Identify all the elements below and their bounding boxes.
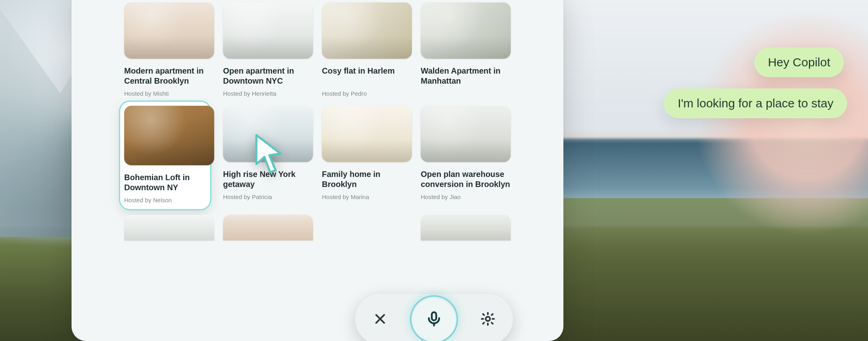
svg-rect-0 (432, 312, 436, 320)
gear-icon (480, 311, 496, 328)
voice-bubble-2: I'm looking for a place to stay (664, 88, 847, 118)
listing-thumbnail (421, 2, 511, 59)
listing-title: Cosy flat in Harlem (322, 66, 412, 86)
settings-button[interactable] (469, 300, 507, 339)
listing-host: Hosted by Henrietta (223, 90, 313, 97)
close-button[interactable] (361, 300, 399, 339)
listing-card[interactable]: Family home in Brooklyn Hosted by Marina (322, 106, 412, 203)
voice-bubble-1: Hey Copilot (754, 47, 844, 77)
listing-thumbnail (124, 106, 214, 165)
listing-thumbnail (421, 106, 511, 162)
listing-host: Hosted by Patricia (223, 193, 313, 200)
listing-thumbnail (124, 2, 214, 59)
listing-title: Modern apartment in Central Brooklyn (124, 66, 214, 86)
listing-title: High rise New York getaway (223, 169, 313, 189)
listing-thumbnail (322, 2, 412, 59)
listing-host: Hosted by Mishti (124, 90, 214, 97)
listing-title: Walden Apartment in Manhattan (421, 66, 511, 86)
voice-toolbar (355, 294, 513, 341)
listing-card-selected[interactable]: Bohemian Loft in Downtown NY Hosted by N… (120, 102, 210, 209)
listing-host: Hosted by Pedro (322, 90, 412, 97)
listings-grid: Modern apartment in Central Brooklyn Hos… (72, 2, 563, 203)
listing-card[interactable]: Cosy flat in Harlem Hosted by Pedro (322, 2, 412, 97)
listing-card[interactable]: High rise New York getaway Hosted by Pat… (223, 106, 313, 203)
listing-card[interactable]: Modern apartment in Central Brooklyn Hos… (124, 2, 214, 97)
listing-title: Bohemian Loft in Downtown NY (124, 173, 206, 193)
listing-host: Hosted by Marina (322, 193, 412, 200)
close-icon (372, 311, 388, 328)
listings-window: Modern apartment in Central Brooklyn Hos… (72, 0, 563, 341)
listing-title: Family home in Brooklyn (322, 169, 412, 189)
listing-title: Open apartment in Downtown NYC (223, 66, 313, 86)
listing-thumbnail (223, 2, 313, 59)
microphone-icon (425, 310, 443, 329)
listing-thumbnail-peek[interactable] (421, 215, 511, 240)
listing-thumbnail-peek[interactable] (223, 215, 313, 240)
listing-thumbnail-peek[interactable] (124, 215, 214, 240)
listing-card[interactable]: Walden Apartment in Manhattan (421, 2, 511, 97)
listing-title: Open plan warehouse conversion in Brookl… (421, 169, 511, 189)
listings-grid-next-row (72, 215, 563, 240)
microphone-button[interactable] (411, 297, 457, 341)
listing-host: Hosted by Jiao (421, 193, 511, 200)
listing-card[interactable]: Open plan warehouse conversion in Brookl… (421, 106, 511, 203)
listing-thumbnail (322, 106, 412, 162)
svg-point-1 (486, 316, 490, 321)
listing-host: Hosted by Nelson (124, 197, 206, 203)
listing-thumbnail (223, 106, 313, 162)
listing-card[interactable]: Open apartment in Downtown NYC Hosted by… (223, 2, 313, 97)
